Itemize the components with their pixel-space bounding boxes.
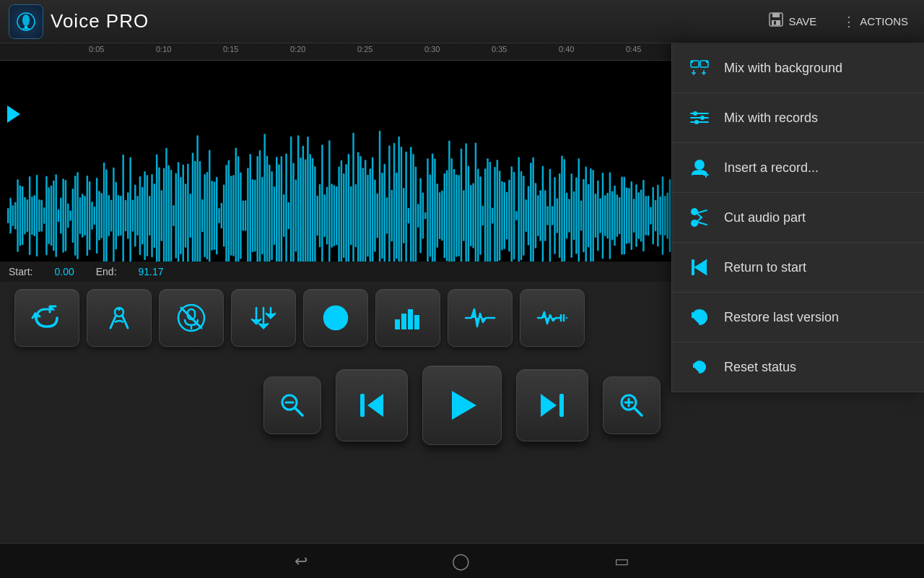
svg-rect-153	[355, 184, 357, 248]
timeline-mark-2: 0:15	[223, 45, 238, 53]
trim-noise-button[interactable]	[87, 289, 152, 347]
insert-rec-icon	[687, 155, 712, 181]
svg-rect-251	[590, 168, 592, 263]
svg-rect-252	[592, 170, 594, 262]
svg-rect-36	[74, 176, 77, 255]
svg-rect-174	[405, 152, 407, 280]
svg-rect-12	[17, 179, 19, 252]
svg-rect-25	[48, 187, 50, 244]
svg-rect-163	[379, 131, 381, 282]
svg-rect-52	[113, 168, 115, 264]
svg-rect-9	[9, 198, 12, 234]
svg-rect-88	[199, 161, 201, 270]
svg-rect-91	[206, 172, 209, 259]
blocks-button[interactable]	[375, 289, 440, 347]
svg-rect-57	[125, 200, 127, 231]
menu-item-return-start[interactable]: Return to start	[672, 243, 924, 293]
svg-line-341	[697, 213, 702, 217]
menu-item-mix-bg[interactable]: Mix with background	[672, 43, 924, 93]
svg-rect-205	[479, 176, 481, 254]
svg-point-333	[694, 120, 699, 124]
skip-forward-button[interactable]	[516, 369, 588, 441]
menu-item-reset[interactable]: Reset status	[672, 342, 924, 392]
menu-item-mix-rec[interactable]: Mix with records	[672, 93, 924, 143]
svg-point-334	[695, 160, 704, 169]
svg-rect-41	[87, 176, 89, 256]
menu-item-restore[interactable]: Restore last version	[672, 293, 924, 342]
svg-rect-220	[515, 211, 518, 220]
svg-rect-20	[36, 175, 38, 256]
svg-rect-207	[484, 168, 487, 263]
timeline-mark-3: 0:20	[290, 45, 305, 53]
svg-rect-177	[412, 154, 414, 277]
svg-rect-218	[511, 166, 513, 265]
save-button[interactable]: SAVE	[761, 7, 824, 35]
svg-rect-304	[414, 315, 419, 329]
zoom-in-button[interactable]	[603, 376, 661, 434]
svg-rect-201	[470, 185, 472, 246]
end-label: End:	[96, 266, 117, 277]
svg-rect-198	[463, 190, 465, 241]
svg-rect-106	[243, 201, 245, 231]
svg-rect-266	[626, 188, 628, 244]
noise-reduce-button[interactable]	[231, 289, 296, 347]
zoom-out-button[interactable]	[263, 376, 321, 434]
timeline-mark-7: 0:40	[559, 45, 574, 53]
svg-point-331	[693, 111, 697, 116]
menu-item-cut-audio[interactable]: Cut audio part	[672, 193, 924, 243]
svg-rect-179	[417, 204, 419, 228]
svg-rect-128	[295, 179, 297, 251]
svg-rect-216	[506, 191, 508, 239]
svg-rect-42	[89, 181, 91, 250]
play-button[interactable]	[422, 366, 502, 445]
recent-nav-button[interactable]: ▭	[614, 552, 629, 571]
svg-rect-97	[221, 203, 223, 229]
undo-button[interactable]	[14, 289, 79, 347]
svg-rect-236	[554, 177, 556, 254]
svg-line-342	[697, 217, 702, 222]
svg-rect-44	[94, 207, 96, 225]
cut-audio-label: Cut audio part	[724, 210, 806, 225]
svg-rect-82	[185, 184, 186, 247]
svg-rect-78	[175, 173, 178, 259]
svg-rect-184	[430, 174, 432, 256]
waveform-fx-button[interactable]	[448, 289, 513, 347]
back-nav-button[interactable]: ↩	[295, 552, 308, 571]
svg-rect-275	[648, 196, 650, 236]
svg-rect-125	[288, 202, 290, 229]
svg-rect-282	[664, 196, 666, 236]
svg-point-332	[700, 116, 705, 120]
svg-rect-26	[51, 186, 53, 246]
svg-rect-116	[266, 156, 269, 276]
home-nav-button[interactable]: ◯	[452, 552, 470, 571]
svg-rect-48	[103, 163, 105, 269]
menu-item-insert-rec[interactable]: Insert a record...	[672, 143, 924, 193]
svg-rect-107	[245, 200, 247, 231]
skip-back-button[interactable]	[336, 369, 408, 441]
svg-rect-129	[297, 135, 300, 282]
svg-rect-181	[422, 193, 424, 239]
svg-rect-312	[360, 394, 365, 417]
eq-button[interactable]	[303, 289, 368, 347]
svg-rect-39	[82, 194, 84, 237]
envelope-button[interactable]	[520, 289, 585, 347]
svg-point-1	[22, 14, 30, 26]
svg-rect-280	[659, 197, 661, 235]
svg-rect-62	[136, 196, 139, 236]
svg-rect-64	[141, 187, 144, 245]
svg-rect-110	[252, 179, 254, 252]
svg-rect-120	[276, 157, 278, 275]
svg-rect-118	[271, 171, 273, 260]
svg-rect-7	[774, 21, 776, 25]
svg-rect-269	[633, 199, 635, 233]
svg-rect-63	[139, 176, 141, 255]
actions-button[interactable]: ⋮ ACTIONS	[835, 9, 915, 34]
svg-rect-122	[281, 156, 283, 275]
header-actions: SAVE ⋮ ACTIONS	[761, 7, 915, 35]
timeline-mark-0: 0:05	[89, 45, 104, 53]
svg-rect-31	[62, 178, 64, 253]
svg-rect-8	[7, 208, 9, 223]
no-mic-button[interactable]	[159, 289, 224, 347]
android-nav-bar: ↩ ◯ ▭	[0, 543, 924, 578]
svg-rect-101	[230, 176, 232, 255]
